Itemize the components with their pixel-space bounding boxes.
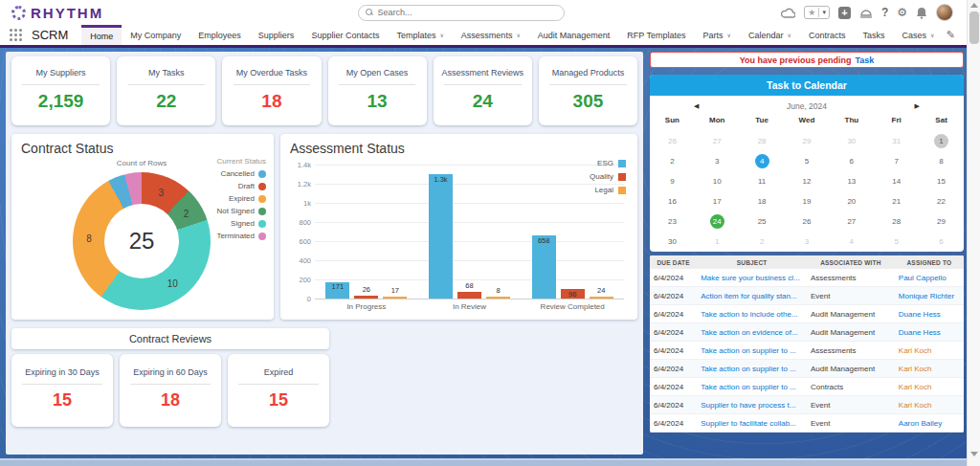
calendar-day-18[interactable]: 18 [740,191,785,211]
tab-parts[interactable]: Parts∨ [695,25,740,45]
calendar-day-13[interactable]: 13 [829,171,874,191]
calendar-day-2[interactable]: 2 [650,151,695,171]
calendar-day-15[interactable]: 15 [919,171,964,191]
review-expired[interactable]: Expired15 [228,354,329,427]
page-scrollbar[interactable] [967,0,980,466]
tab-rfp-templates[interactable]: RFP Templates [618,25,694,45]
task-subject-link[interactable]: Make sure your business cl... [697,274,807,282]
scroll-down-icon[interactable] [970,452,978,456]
legend-item-cancelled[interactable]: Cancelled [216,169,266,178]
calendar-day-17[interactable]: 17 [695,191,740,211]
task-assignee-link[interactable]: Karl Koch [895,383,964,391]
calendar-day-27[interactable]: 27 [829,211,874,232]
review-expiring-in-30-days[interactable]: Expiring in 30 Days15 [11,354,113,427]
tab-audit-management[interactable]: Audit Management [529,25,619,45]
scroll-up-icon[interactable] [970,3,978,8]
calendar-day-1[interactable]: 1 [919,131,964,151]
task-subject-link[interactable]: Supplier to have process t... [697,401,807,410]
bar-esg-in-progress[interactable]: 171 [325,165,349,299]
tab-suppliers[interactable]: Suppliers [250,25,303,45]
kpi-my-open-cases[interactable]: My Open Cases13 [328,56,427,125]
global-actions-icon[interactable]: + [838,7,851,19]
calendar-day-4[interactable]: 4 [829,232,874,252]
search-input[interactable] [378,8,558,17]
favorite-star-icon[interactable]: ★ [805,8,819,17]
calendar-day-23[interactable]: 23 [650,211,695,232]
calendar-day-29[interactable]: 29 [919,211,964,232]
task-subject-link[interactable]: Take action on supplier to ... [697,383,807,391]
scrollbar-thumb[interactable] [969,11,979,44]
task-assignee-link[interactable]: Aaron Bailey [895,419,964,428]
notifications-bell-icon[interactable] [916,7,927,19]
kpi-my-suppliers[interactable]: My Suppliers2,159 [11,56,110,125]
setup-gear-icon[interactable]: ⚙ [897,7,907,18]
task-subject-link[interactable]: Take action on evidence of... [697,328,807,337]
task-subject-link[interactable]: Take action to include othe... [697,310,807,319]
task-subject-link[interactable]: Take action on supplier to ... [697,365,807,373]
app-launcher-icon[interactable] [10,29,22,41]
calendar-day-30[interactable]: 30 [829,131,874,151]
tab-assessments[interactable]: Assessments∨ [453,25,529,45]
legend-item-expired[interactable]: Expired [216,194,266,203]
calendar-day-8[interactable]: 8 [919,151,964,171]
task-assignee-link[interactable]: Monique Richter [895,292,964,300]
legend-item-terminated[interactable]: Terminated [216,232,266,240]
task-subject-link[interactable]: Action item for quality stan... [697,292,807,300]
legend-item-signed[interactable]: Signed [216,219,266,228]
banner-task-link[interactable]: Task [856,55,875,65]
calendar-day-7[interactable]: 7 [874,151,919,171]
review-expiring-in-60-days[interactable]: Expiring in 60 Days18 [120,354,221,427]
calendar-day-28[interactable]: 28 [740,131,785,151]
calendar-day-3[interactable]: 3 [695,151,740,171]
calendar-day-30[interactable]: 30 [650,232,695,252]
calendar-day-28[interactable]: 28 [874,211,919,232]
favorites-dropdown-icon[interactable]: ▾ [819,9,829,16]
calendar-day-2[interactable]: 2 [740,232,785,252]
calendar-day-6[interactable]: 6 [829,151,874,171]
task-assignee-link[interactable]: Karl Koch [895,365,964,373]
calendar-day-20[interactable]: 20 [829,191,874,211]
task-assignee-link[interactable]: Karl Koch [895,346,964,355]
calendar-day-24[interactable]: 24 [695,211,740,232]
kpi-my-tasks[interactable]: My Tasks22 [117,56,215,125]
favorites-control[interactable]: ★ ▾ [804,6,830,19]
user-avatar[interactable] [936,4,953,21]
legend-item-not-signed[interactable]: Not Signed [216,207,266,215]
kpi-my-overdue-tasks[interactable]: My Overdue Tasks18 [222,56,321,125]
calendar-day-9[interactable]: 9 [650,171,695,191]
calendar-day-1[interactable]: 1 [695,232,740,252]
bar-esg-in-review[interactable]: 1.3k [429,165,453,299]
calendar-day-3[interactable]: 3 [785,232,830,252]
task-assignee-link[interactable]: Paul Cappello [895,274,964,282]
calendar-day-5[interactable]: 5 [874,232,919,252]
calendar-day-10[interactable]: 10 [695,171,740,191]
legend-item-legal[interactable]: Legal [590,186,626,194]
tab-cases[interactable]: Cases∨ [893,25,943,45]
calendar-day-6[interactable]: 6 [919,232,964,252]
tab-my-company[interactable]: My Company [122,25,189,45]
legend-item-quality[interactable]: Quality [590,172,626,181]
calendar-day-16[interactable]: 16 [650,191,695,211]
calendar-day-21[interactable]: 21 [874,191,919,211]
task-subject-link[interactable]: Take action on supplier to ... [697,346,807,355]
global-search[interactable] [358,5,565,21]
task-assignee-link[interactable]: Duane Hess [895,310,964,319]
bar-legal-in-progress[interactable]: 17 [383,165,407,299]
calendar-day-26[interactable]: 26 [650,131,695,151]
tab-templates[interactable]: Templates∨ [388,25,452,45]
bar-quality-in-review[interactable]: 68 [457,165,481,299]
calendar-day-27[interactable]: 27 [695,131,740,151]
task-assignee-link[interactable]: Duane Hess [895,328,964,337]
tab-contracts[interactable]: Contracts [800,25,855,45]
tab-home[interactable]: Home [81,25,122,45]
task-assignee-link[interactable]: Karl Koch [895,401,964,410]
tab-employees[interactable]: Employees [189,25,250,45]
kpi-assessment-reviews[interactable]: Assessment Reviews24 [434,56,532,125]
calendar-day-5[interactable]: 5 [785,151,830,171]
tab-tasks[interactable]: Tasks [854,25,893,45]
next-month-icon[interactable]: ▶ [915,102,920,110]
tab-calendar[interactable]: Calendar∨ [740,25,800,45]
guidance-icon[interactable] [859,7,873,18]
calendar-day-31[interactable]: 31 [874,131,919,151]
bar-quality-in-progress[interactable]: 26 [354,165,378,299]
